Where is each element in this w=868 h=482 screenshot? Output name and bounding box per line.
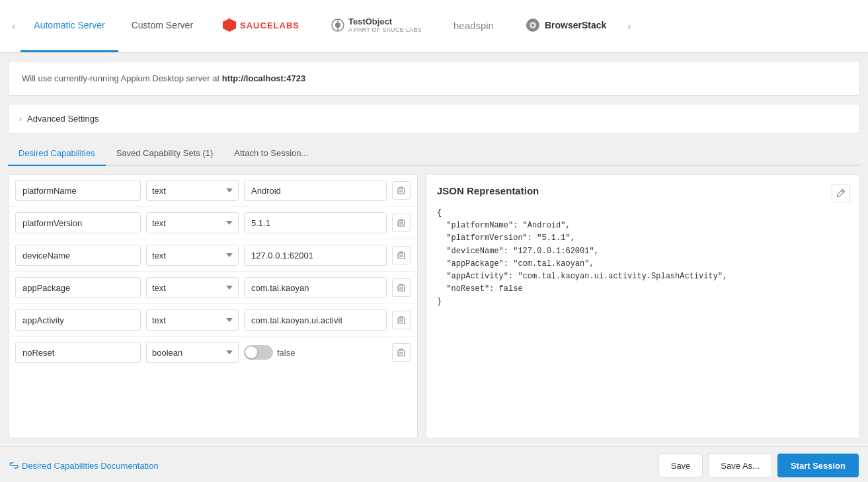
capability-tabs: Desired Capabilities Saved Capability Se… (8, 143, 860, 166)
footer: Desired Capabilities Documentation Save … (0, 446, 868, 482)
table-row: text boolean number (9, 239, 417, 272)
table-row: text boolean number (9, 272, 417, 304)
capability-value-input[interactable] (244, 212, 387, 233)
chevron-right-icon: › (19, 114, 22, 124)
tab-bar: ‹ Automatic Server Custom Server SAUCELA… (0, 0, 868, 53)
delete-capability-button[interactable] (392, 181, 411, 200)
capability-value-input[interactable] (244, 180, 387, 201)
prev-arrow[interactable]: ‹ (7, 0, 20, 52)
advanced-settings-label: Advanced Settings (27, 114, 99, 124)
capability-type-select[interactable]: text boolean number (146, 180, 239, 201)
headspin-text: headspin (454, 20, 494, 31)
footer-buttons: Save Save As... Start Session (658, 454, 859, 477)
capabilities-panel: text boolean number tex (8, 174, 418, 438)
trash-icon (397, 283, 406, 292)
svg-point-6 (532, 24, 534, 26)
testobject-text: TestObject (348, 17, 422, 27)
capability-type-select[interactable]: text boolean number (146, 212, 239, 233)
capability-value-input[interactable] (244, 245, 387, 266)
saucelabs-text: SAUCELABS (240, 20, 299, 30)
svg-line-49 (842, 190, 844, 192)
tab-saucelabs[interactable]: SAUCELABS (206, 0, 315, 52)
capability-name-input[interactable] (15, 245, 141, 266)
json-panel: JSON Representation { "platformName": "A… (426, 174, 860, 438)
trash-icon (397, 218, 406, 227)
delete-capability-button[interactable] (392, 214, 411, 232)
browserstack-icon (526, 18, 540, 32)
tab-custom-server[interactable]: Custom Server (118, 0, 206, 52)
tab-headspin[interactable]: headspin (438, 0, 510, 52)
browserstack-text: BrowserStack (545, 20, 606, 30)
toggle-track[interactable] (244, 345, 273, 360)
edit-json-button[interactable] (832, 184, 850, 202)
toggle-label: false (277, 348, 295, 358)
capability-name-input[interactable] (15, 212, 141, 233)
delete-capability-button[interactable] (392, 246, 411, 264)
testobject-icon (331, 19, 344, 32)
capability-name-input[interactable] (15, 180, 141, 201)
tab-browserstack[interactable]: BrowserStack (510, 0, 622, 52)
main-content: text boolean number tex (8, 174, 860, 438)
capability-type-select[interactable]: text boolean number (146, 277, 239, 298)
info-url: http://localhost:4723 (222, 73, 305, 83)
trash-icon (397, 348, 406, 357)
save-button[interactable]: Save (658, 454, 703, 477)
save-as-button[interactable]: Save As... (708, 454, 772, 477)
svg-marker-0 (223, 19, 236, 32)
info-bar: Will use currently-running Appium Deskto… (8, 61, 860, 96)
capability-value-input[interactable] (244, 309, 387, 331)
table-row: text boolean number (9, 175, 417, 207)
tab-testobject[interactable]: TestObject A PART OF SAUCE LABS (315, 0, 438, 52)
table-row: text boolean number (9, 207, 417, 239)
saucelabs-icon (222, 18, 237, 32)
tab-automatic-server[interactable]: Automatic Server (20, 0, 118, 52)
capability-name-input[interactable] (15, 277, 141, 298)
capability-type-select[interactable]: text boolean number (146, 245, 239, 266)
tab-attach-to-session[interactable]: Attach to Session... (223, 143, 319, 166)
capability-name-input[interactable] (15, 309, 141, 331)
trash-icon (397, 251, 406, 260)
delete-capability-button[interactable] (392, 278, 411, 297)
json-title: JSON Representation (437, 185, 849, 196)
info-prefix: Will use currently-running Appium Deskto… (22, 73, 222, 83)
tab-saved-capability-sets[interactable]: Saved Capability Sets (1) (106, 143, 224, 166)
documentation-link[interactable]: Desired Capabilities Documentation (9, 461, 159, 471)
delete-capability-button[interactable] (392, 343, 411, 362)
table-row: text boolean number false (9, 337, 417, 368)
json-content: { "platformName": "Android", "platformVe… (437, 207, 849, 309)
pencil-icon (836, 188, 846, 198)
delete-capability-button[interactable] (392, 311, 411, 329)
capability-name-input[interactable] (15, 342, 141, 363)
tab-desired-capabilities[interactable]: Desired Capabilities (8, 143, 106, 166)
link-icon (9, 461, 19, 470)
capability-type-select[interactable]: text boolean number (146, 342, 239, 363)
advanced-settings-toggle[interactable]: › Advanced Settings (8, 104, 860, 134)
testobject-subtitle: A PART OF SAUCE LABS (348, 26, 422, 34)
toggle-thumb (245, 346, 257, 358)
capability-value-input[interactable] (244, 277, 387, 298)
boolean-toggle[interactable]: false (244, 345, 387, 360)
next-arrow[interactable]: › (622, 0, 636, 52)
trash-icon (397, 186, 406, 195)
capability-type-select[interactable]: text boolean number (146, 309, 239, 331)
table-row: text boolean number (9, 304, 417, 337)
start-session-button[interactable]: Start Session (777, 454, 859, 477)
trash-icon (397, 315, 406, 325)
